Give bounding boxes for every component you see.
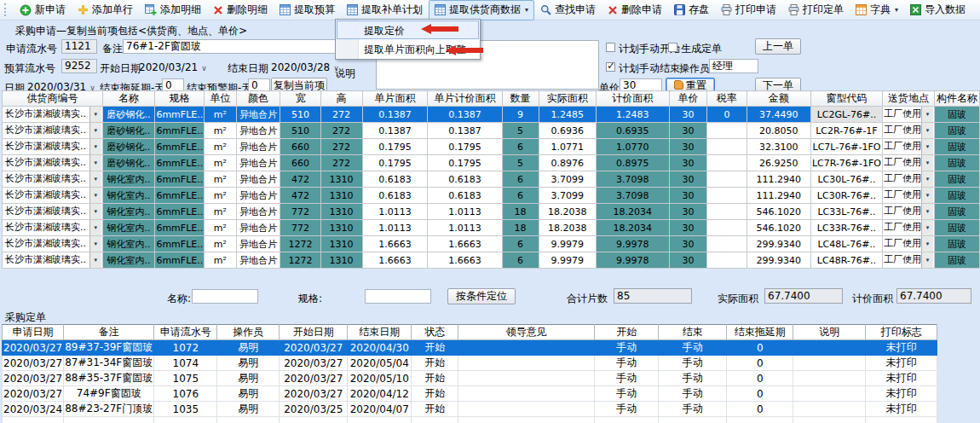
cell[interactable]: 工厂使用▾ [883, 139, 935, 155]
table-row[interactable]: 长沙市潇湘玻璃实..▾钢化室内..6mmFLE..m²异地合片47213100.… [3, 188, 980, 204]
cell[interactable]: 5 [502, 123, 539, 139]
cell[interactable] [793, 371, 866, 386]
cell[interactable]: 74#9F窗固玻 [64, 386, 154, 402]
cell[interactable]: 546.1020 [747, 204, 810, 220]
cell[interactable]: 异地合片 [236, 107, 280, 123]
cell[interactable]: 1.0113 [428, 220, 502, 236]
cell[interactable]: 18.2038 [539, 204, 596, 220]
cell[interactable]: 9.9978 [596, 252, 669, 269]
cell[interactable] [706, 171, 747, 188]
cell[interactable] [793, 340, 866, 356]
cell[interactable] [706, 188, 747, 204]
column-header[interactable]: 实际面积 [539, 91, 596, 107]
cell[interactable]: 未打印 [866, 386, 937, 402]
cell[interactable]: 工厂使用▾ [883, 123, 935, 139]
cell[interactable] [793, 386, 866, 402]
cell[interactable]: 0.6183 [362, 171, 428, 188]
cell[interactable]: 1.0113 [362, 220, 428, 236]
cell[interactable] [706, 204, 747, 220]
cell[interactable]: 易明 [217, 340, 280, 356]
cell[interactable]: 2020/04/07 [348, 402, 412, 417]
cell[interactable]: 工厂使用▾ [883, 155, 935, 171]
cell[interactable]: 0 [727, 371, 793, 386]
cell[interactable]: LC48R-76#.. [810, 252, 882, 269]
cell[interactable]: 0.1387 [362, 107, 428, 123]
column-header[interactable]: 结束 [659, 325, 727, 340]
cell[interactable]: 1.6663 [428, 252, 502, 269]
column-header[interactable]: 单位 [205, 91, 236, 107]
cell[interactable]: 2020/04/30 [348, 340, 412, 356]
cell[interactable]: 易明 [217, 371, 280, 386]
toolbar-button-delete-request[interactable]: 删除申请 [602, 0, 668, 20]
cell[interactable]: 0.1795 [362, 155, 428, 171]
start-date-combo[interactable]: 2020/03/21∨ [139, 61, 207, 73]
chevron-down-icon[interactable]: ∨ [201, 64, 207, 72]
cell[interactable]: 0.6936 [539, 123, 596, 139]
cell[interactable]: m² [205, 220, 236, 236]
cell[interactable]: 固玻 [935, 220, 980, 236]
cell[interactable]: 长沙市潇湘玻璃实..▾ [3, 107, 103, 123]
dropdown-arrow-icon[interactable]: ▾ [921, 171, 933, 187]
cell[interactable]: LC30L-76#.. [810, 171, 882, 188]
dropdown-arrow-icon[interactable]: ▾ [89, 171, 101, 187]
cell[interactable]: 2020/05/10 [348, 371, 412, 386]
column-header[interactable]: 开始日期 [280, 325, 348, 340]
column-header[interactable]: 供货商编号 [3, 91, 103, 107]
cell[interactable]: 32.3100 [747, 139, 810, 155]
cell[interactable]: 固玻 [935, 107, 980, 123]
cell[interactable]: 手动 [595, 340, 659, 356]
table-row[interactable]: 长沙市潇湘玻璃实..▾磨砂钢化..6mmFLE..m²异地合片5102720.1… [3, 107, 980, 123]
column-header[interactable]: 规格 [155, 91, 205, 107]
cell[interactable]: 18.2034 [596, 204, 669, 220]
cell[interactable]: 固玻 [935, 252, 980, 269]
cell[interactable]: 6 [502, 236, 539, 252]
cell[interactable]: 272 [320, 107, 362, 123]
cell[interactable]: 0.6183 [362, 188, 428, 204]
cell[interactable]: 0 [727, 386, 793, 402]
cell[interactable]: 开始 [412, 340, 458, 356]
cell[interactable]: 钢化室内.. [102, 252, 155, 269]
cell[interactable]: 2020/05/04 [348, 356, 412, 371]
toolbar-button-dictionary[interactable]: 字典▾ [850, 0, 904, 20]
cell[interactable]: 0.1795 [362, 139, 428, 155]
cell[interactable]: 钢化室内.. [102, 204, 155, 220]
cell[interactable]: 异地合片 [236, 204, 280, 220]
column-header[interactable]: 高 [320, 91, 362, 107]
cell[interactable]: 磨砂钢化.. [102, 139, 155, 155]
cell[interactable]: 0 [727, 402, 793, 417]
cell[interactable]: 手动 [659, 386, 727, 402]
cell[interactable]: 272 [320, 123, 362, 139]
dropdown-arrow-icon[interactable]: ▾ [921, 252, 933, 268]
cell[interactable]: 长沙市潇湘玻璃实..▾ [3, 171, 103, 188]
cell[interactable]: 0.1795 [428, 155, 502, 171]
cell[interactable]: 2020/03/27 [280, 356, 348, 371]
table-row[interactable]: 长沙市潇湘玻璃实..▾磨砂钢化..6mmFLE..m²异地合片6602720.1… [3, 139, 980, 155]
cell[interactable] [706, 139, 747, 155]
cell[interactable]: LC7R-76#-1FO [810, 155, 882, 171]
dropdown-caret-icon[interactable]: ▾ [895, 6, 898, 14]
cell[interactable]: 磨砂钢化.. [102, 123, 155, 139]
toolbar-button-extract-budget[interactable]: 提取预算 [274, 0, 341, 20]
cell[interactable]: 3.7098 [596, 188, 669, 204]
column-header[interactable]: 申请流水号 [154, 325, 217, 340]
cell[interactable]: 5 [502, 155, 539, 171]
cell[interactable]: m² [205, 107, 236, 123]
cell[interactable]: 472 [280, 171, 320, 188]
plan-manual-start-checkbox[interactable] [606, 43, 615, 52]
column-header[interactable]: 单价 [669, 91, 706, 107]
cell[interactable]: 易明 [217, 402, 280, 417]
cell[interactable]: 26.9250 [747, 155, 810, 171]
cell[interactable]: 37.4490 [747, 107, 810, 123]
cell[interactable]: 0 [706, 107, 747, 123]
table-row[interactable]: 长沙市潇湘玻璃实..▾钢化室内..6mmFLE..m²异地合片77213101.… [3, 220, 980, 236]
dropdown-arrow-icon[interactable]: ▾ [89, 188, 101, 203]
remark-field[interactable]: 76#1-2F窗固玻 [123, 39, 364, 54]
cell[interactable]: m² [205, 171, 236, 188]
cell[interactable]: 工厂使用▾ [883, 107, 935, 123]
dropdown-arrow-icon[interactable]: ▾ [89, 155, 101, 171]
column-header[interactable]: 数量 [502, 91, 539, 107]
cell[interactable]: 772 [280, 204, 320, 220]
cell[interactable]: m² [205, 139, 236, 155]
cell[interactable]: 0.6183 [428, 171, 502, 188]
cell[interactable]: 1.0113 [428, 204, 502, 220]
